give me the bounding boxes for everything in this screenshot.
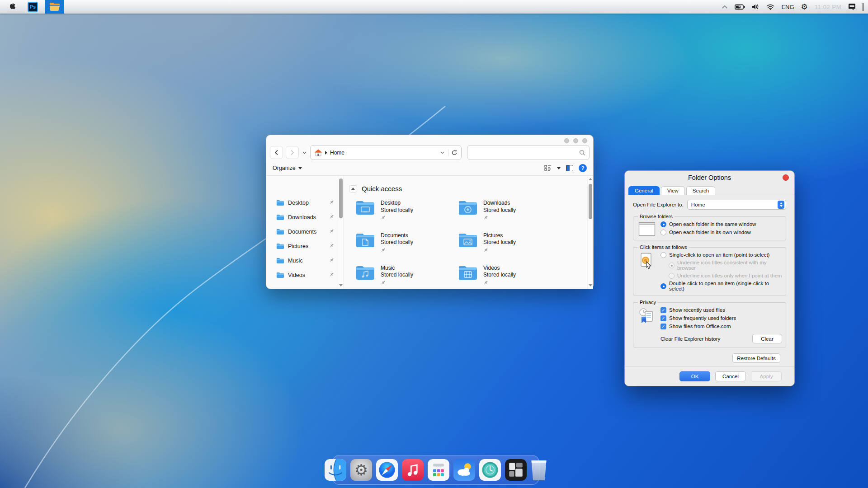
dialog-titlebar[interactable]: Folder Options xyxy=(625,171,794,184)
sidebar-item-label: Downloads xyxy=(288,214,316,221)
dock-trash-icon[interactable] xyxy=(531,459,547,481)
ok-button[interactable]: OK xyxy=(679,371,710,381)
refresh-icon[interactable] xyxy=(451,150,458,156)
dock-windows-tiles-icon[interactable] xyxy=(505,459,527,481)
wifi-icon[interactable] xyxy=(766,4,774,10)
search-box[interactable] xyxy=(467,145,590,160)
radio-double-click[interactable]: Double-click to open an item (single-cli… xyxy=(660,281,782,291)
sidebar-item-label: Music xyxy=(288,258,303,264)
main-scroll-down-icon[interactable] xyxy=(588,284,593,286)
sidebar-item-pictures[interactable]: Pictures xyxy=(266,239,338,253)
dock-safari-icon[interactable] xyxy=(376,459,398,481)
main-scrollbar-thumb[interactable] xyxy=(589,184,592,219)
window-close-button[interactable] xyxy=(564,138,569,143)
privacy-group: Privacy ✓ Show recently used files ✓ Sho… xyxy=(633,300,786,347)
menubar-edge-divider xyxy=(863,3,863,11)
pin-icon xyxy=(329,258,334,264)
clear-button[interactable]: Clear xyxy=(752,334,782,343)
preview-pane-icon[interactable] xyxy=(566,165,573,171)
notification-center-icon[interactable] xyxy=(848,3,856,10)
search-input[interactable] xyxy=(471,150,579,156)
menu-bar: Ps ENG ⚙ 11:02 PM xyxy=(0,0,868,14)
dock-system-settings-icon[interactable]: ⚙ xyxy=(350,459,372,481)
forward-button[interactable] xyxy=(286,146,299,159)
sidebar-item-documents[interactable]: Documents xyxy=(266,225,338,239)
battery-icon[interactable] xyxy=(735,4,745,10)
dock-music-icon[interactable] xyxy=(402,459,424,481)
window-minimize-button[interactable] xyxy=(573,138,578,143)
volume-icon[interactable] xyxy=(752,4,760,10)
folder-options-dialog: Folder Options General View Search Open … xyxy=(624,170,795,386)
radio-single-click[interactable]: Single-click to open an item (point to s… xyxy=(660,252,782,258)
quick-access-collapse-button[interactable] xyxy=(349,185,357,192)
tile-subtitle: Stored locally xyxy=(381,272,413,279)
checkbox-icon: ✓ xyxy=(660,307,666,313)
explorer-titlebar[interactable] xyxy=(266,135,593,144)
window-zoom-button[interactable] xyxy=(582,138,587,143)
sidebar-scroll-down-icon[interactable] xyxy=(338,284,343,286)
documents-folder-icon xyxy=(355,232,375,249)
sidebar-item-desktop[interactable]: Desktop xyxy=(266,196,338,210)
dock-weather-icon[interactable] xyxy=(453,459,475,481)
clock[interactable]: 11:02 PM xyxy=(815,4,841,10)
cancel-button[interactable]: Cancel xyxy=(715,371,746,381)
restore-defaults-button[interactable]: Restore Defaults xyxy=(732,353,780,363)
language-indicator[interactable]: ENG xyxy=(781,4,794,10)
tile-videos[interactable]: Videos Stored locally xyxy=(458,265,561,287)
recent-locations-chevron-icon[interactable] xyxy=(302,151,307,154)
checkbox-frequent-folders[interactable]: ✓ Show frequently used folders xyxy=(660,315,782,321)
back-button[interactable] xyxy=(270,146,283,159)
checkbox-recent-files[interactable]: ✓ Show recently used files xyxy=(660,307,782,313)
sidebar-item-downloads[interactable]: Downloads xyxy=(266,210,338,225)
tile-pictures[interactable]: Pictures Stored locally xyxy=(458,232,561,255)
help-button[interactable]: ? xyxy=(579,164,587,172)
main-scroll-up-icon[interactable] xyxy=(588,178,593,180)
sidebar-item-label: Desktop xyxy=(288,200,309,206)
radio-same-window[interactable]: Open each folder in the same window xyxy=(660,221,782,227)
organize-menu[interactable]: Organize xyxy=(273,165,302,171)
dialog-title: Folder Options xyxy=(688,174,731,181)
dialog-close-button[interactable] xyxy=(783,174,789,181)
view-options-icon[interactable] xyxy=(544,165,552,171)
dock-finder-icon[interactable] xyxy=(325,459,346,481)
tile-downloads[interactable]: Downloads Stored locally xyxy=(458,200,561,222)
sidebar-item-label: Documents xyxy=(288,229,316,235)
dock-time-machine-icon[interactable] xyxy=(479,459,501,481)
tile-documents[interactable]: Documents Stored locally xyxy=(355,232,458,255)
sidebar-scrollbar-thumb[interactable] xyxy=(339,178,343,218)
checkbox-office-files[interactable]: ✓ Show files from Office.com xyxy=(660,323,782,329)
photoshop-app-icon[interactable]: Ps xyxy=(28,2,38,12)
main-scrollbar[interactable] xyxy=(587,176,593,289)
breadcrumb-arrow-icon xyxy=(325,151,327,155)
open-to-label: Open File Explorer to: xyxy=(633,202,684,207)
address-bar[interactable]: Home xyxy=(310,145,462,160)
tile-desktop[interactable]: Desktop Stored locally xyxy=(355,200,458,222)
open-to-select[interactable]: Home xyxy=(687,200,786,210)
sidebar-item-label: Pictures xyxy=(288,243,308,249)
click-items-icon xyxy=(637,251,657,291)
view-options-caret-icon[interactable] xyxy=(557,167,561,169)
checkbox-icon: ✓ xyxy=(660,315,666,321)
address-dropdown-chevron-icon[interactable] xyxy=(440,151,444,154)
radio-own-window[interactable]: Open each folder in its own window xyxy=(660,229,782,235)
sidebar-item-music[interactable]: Music xyxy=(266,253,338,268)
radio-underline-consistent: Underline icon titles consistent with my… xyxy=(669,260,782,271)
tab-general[interactable]: General xyxy=(628,186,660,195)
music-folder-icon xyxy=(355,265,375,281)
settings-gear-icon[interactable]: ⚙ xyxy=(801,3,808,11)
sidebar-scrollbar[interactable] xyxy=(338,176,344,289)
apply-button: Apply xyxy=(751,371,782,381)
videos-folder-icon xyxy=(458,265,478,281)
menubar-collapse-chevron-icon[interactable] xyxy=(722,5,728,9)
tile-subtitle: Stored locally xyxy=(483,272,516,279)
dock-launchpad-icon[interactable] xyxy=(428,459,449,481)
tile-name: Videos xyxy=(483,265,516,272)
file-explorer-app-icon[interactable] xyxy=(45,0,64,14)
tab-search[interactable]: Search xyxy=(686,186,715,195)
sidebar-item-videos[interactable]: Videos xyxy=(266,268,338,282)
tile-music[interactable]: Music Stored locally xyxy=(355,265,458,287)
tab-view[interactable]: View xyxy=(661,186,685,195)
select-stepper-icon[interactable] xyxy=(778,201,784,209)
breadcrumb[interactable]: Home xyxy=(330,150,344,156)
apple-menu-icon[interactable] xyxy=(8,3,16,11)
